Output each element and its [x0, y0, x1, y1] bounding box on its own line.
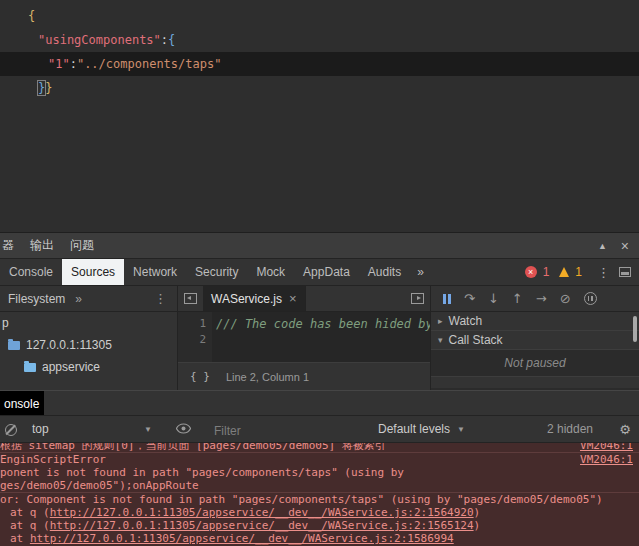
collapse-panel-icon[interactable]: ▲ [598, 241, 607, 251]
console-drawer-tab[interactable]: onsole [0, 391, 44, 416]
stack-frame-text: at q (http://127.0.0.1:11305/appservice/… [10, 519, 480, 532]
console-message-error-title[interactable]: EnginScriptError VM2046:1 [0, 453, 639, 466]
file-tab-close-icon[interactable]: × [289, 291, 297, 306]
stack-frame-text: at http://127.0.0.1:11305/appservice/__d… [10, 532, 454, 545]
sidebar-scrollbar[interactable] [633, 316, 637, 342]
console-filter-input[interactable] [212, 420, 366, 441]
pause-resume-icon[interactable] [443, 294, 451, 304]
line-number: 2 [178, 332, 206, 348]
editor-token: : [161, 33, 168, 47]
dock-side-icon[interactable] [619, 267, 631, 277]
console-stack-frame[interactable]: at q (http://127.0.0.1:11305/appservice/… [0, 519, 639, 532]
close-panel-icon[interactable]: × [621, 239, 629, 253]
hidden-messages-count[interactable]: 2 hidden [547, 416, 593, 442]
filesystem-more-icon[interactable]: » [75, 292, 82, 306]
debug-panel-tabbar: 器 输出 问题 ▲ × [0, 232, 639, 258]
console-toolbar: top ▼ Default levels ▼ 2 hidden ⚙ [0, 415, 639, 443]
console-message-sitemap[interactable]: 根据 sitemap 的规则[0]，当前页面 [pages/demo05/dem… [0, 443, 639, 453]
console-source-link[interactable]: VM2046:1 [580, 443, 633, 452]
tab-debugger-partial[interactable]: 器 [2, 237, 14, 254]
console-message-text: or: Component is not found in path "page… [0, 493, 603, 506]
debugger-sidebar: ▸ Watch ▾ Call Stack Not paused [430, 312, 639, 390]
file-navigator: p 127.0.0.1:11305 appservice [0, 312, 178, 390]
tree-item-appservice[interactable]: appservice [0, 356, 177, 378]
log-levels-dropdown[interactable]: Default levels ▼ [378, 416, 465, 442]
eye-icon[interactable] [176, 423, 191, 437]
filesystem-menu-icon[interactable]: ⋮ [154, 291, 167, 306]
step-into-icon[interactable]: ↓ [488, 292, 499, 305]
tree-item-label: 127.0.0.1:11305 [26, 338, 112, 352]
deactivate-breakpoints-icon[interactable]: ⊘ [560, 292, 571, 305]
step-icon[interactable]: → [536, 292, 547, 305]
source-code-viewer[interactable]: /// The code has been hided by [212, 312, 430, 362]
tree-item[interactable]: p [0, 312, 177, 334]
toggle-navigator-icon[interactable] [184, 293, 197, 304]
tab-console[interactable]: Console [0, 259, 62, 285]
file-tab-label: WAService.js [211, 292, 282, 306]
watch-section-header[interactable]: ▸ Watch [431, 312, 639, 331]
console-message-line[interactable]: ponent is not found in path "pages/compo… [0, 466, 639, 479]
console-drawer-tabbar: onsole [0, 390, 639, 415]
tab-audits[interactable]: Audits [359, 259, 410, 285]
error-badge-icon[interactable]: × [525, 266, 537, 278]
tab-mock[interactable]: Mock [247, 259, 294, 285]
warning-badge-icon[interactable] [559, 267, 569, 277]
call-stack-section-header[interactable]: ▾ Call Stack [431, 331, 639, 350]
step-over-icon[interactable]: ↷ [464, 292, 475, 305]
stack-frame-link[interactable]: http://127.0.0.1:11305/appservice/__dev_… [50, 519, 474, 532]
line-number: 1 [178, 316, 206, 332]
scope-section-header[interactable] [431, 376, 639, 388]
console-message-error[interactable]: or: Component is not found in path "page… [0, 493, 639, 506]
console-stack-frame[interactable]: at http://127.0.0.1:11305/appservice/__d… [0, 532, 639, 545]
call-stack-label: Call Stack [449, 333, 503, 347]
source-status-bar: { } Line 2, Column 1 [178, 362, 430, 390]
console-messages[interactable]: 根据 sitemap 的规则[0]，当前页面 [pages/demo05/dem… [0, 443, 639, 546]
console-message-line[interactable]: ges/demo05/demo05");onAppRoute [0, 479, 639, 493]
chevron-right-icon: ▸ [438, 316, 443, 326]
execution-context-selector[interactable]: top ▼ [26, 416, 158, 442]
chevron-down-icon: ▾ [438, 335, 443, 345]
json-editor[interactable]: { "usingComponents":{ "1":"../components… [0, 0, 639, 232]
tree-item-host[interactable]: 127.0.0.1:11305 [0, 334, 177, 356]
tab-issues[interactable]: 问题 [70, 237, 94, 254]
tab-appdata[interactable]: AppData [294, 259, 359, 285]
pause-on-exceptions-icon[interactable] [584, 292, 597, 305]
debugger-controls: ↷ ↓ ↑ → ⊘ [430, 286, 639, 311]
editor-token: "usingComponents" [38, 33, 161, 47]
devtools-menu-icon[interactable]: ⋮ [594, 265, 613, 280]
line-number-gutter[interactable]: 1 2 [178, 312, 212, 362]
console-message-text: EnginScriptError [0, 453, 106, 466]
tab-sources[interactable]: Sources [62, 259, 124, 285]
step-out-icon[interactable]: ↑ [512, 292, 523, 305]
warning-count[interactable]: 1 [575, 265, 582, 279]
console-stack-frame[interactable]: at q (http://127.0.0.1:11305/appservice/… [0, 506, 639, 519]
stack-frame-link[interactable]: http://127.0.0.1:11305/appservice/__dev_… [50, 506, 474, 519]
tab-network[interactable]: Network [124, 259, 186, 285]
file-tab-waservice[interactable]: WAService.js × [203, 286, 306, 311]
filesystem-label[interactable]: Filesystem [8, 292, 65, 306]
editor-token: { [28, 9, 35, 23]
editor-line-highlighted: "1":"../components/taps" [0, 52, 639, 76]
levels-label: Default levels [378, 422, 450, 436]
devtools-tabbar: Console Sources Network Security Mock Ap… [0, 258, 639, 285]
tab-security[interactable]: Security [186, 259, 247, 285]
filesystem-panel-header: Filesystem » ⋮ [0, 286, 178, 311]
stack-frame-link[interactable]: http://127.0.0.1:11305/appservice/__dev_… [30, 532, 454, 545]
console-tab-label: onsole [4, 397, 39, 411]
context-label: top [32, 422, 49, 436]
pretty-print-icon[interactable]: { } [190, 370, 210, 383]
tree-item-label: p [2, 316, 9, 330]
console-source-link[interactable]: VM2046:1 [580, 453, 633, 466]
clear-console-icon[interactable] [5, 424, 17, 436]
tree-item-label: appservice [42, 360, 100, 374]
stack-frame-text: at q (http://127.0.0.1:11305/appservice/… [10, 506, 480, 519]
more-tabs-icon[interactable]: » [410, 259, 431, 285]
toggle-debugger-panel-icon[interactable] [411, 293, 424, 304]
error-count[interactable]: 1 [543, 265, 550, 279]
editor-token: "../components/taps" [77, 57, 222, 71]
tab-output[interactable]: 输出 [30, 237, 54, 254]
open-file-tabs: WAService.js × [178, 286, 430, 311]
console-message-text: 根据 sitemap 的规则[0]，当前页面 [pages/demo05/dem… [0, 443, 386, 452]
console-settings-gear-icon[interactable]: ⚙ [619, 422, 631, 437]
editor-token: "1" [48, 57, 70, 71]
